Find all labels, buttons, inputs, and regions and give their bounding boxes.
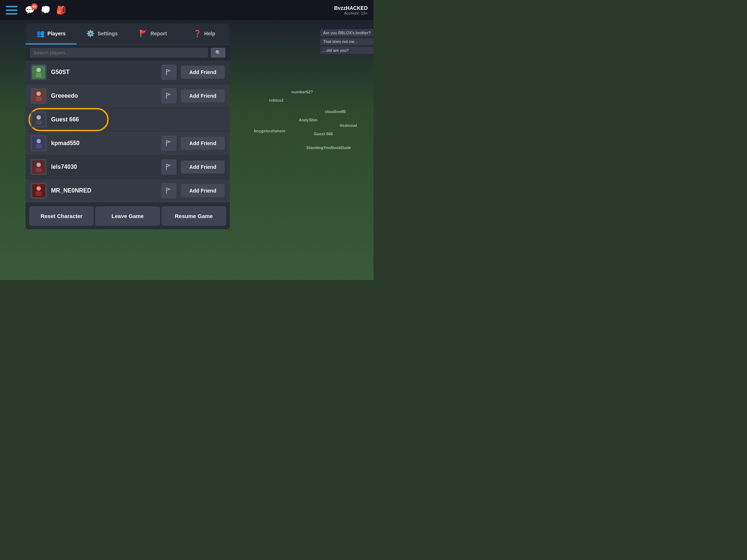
svg-point-13 <box>36 163 41 167</box>
player-row-mrneonred: MR_NE0NRED Add Friend <box>26 179 230 203</box>
svg-rect-2 <box>36 73 42 77</box>
svg-point-4 <box>36 92 41 96</box>
account-age: Account: 13+ <box>334 11 368 15</box>
avatar-kpmad550 <box>31 135 47 151</box>
add-friend-button-g50st[interactable]: Add Friend <box>181 66 225 79</box>
svg-rect-5 <box>36 97 42 101</box>
add-friend-button-kpmad550[interactable]: Add Friend <box>181 137 225 150</box>
top-bar: 💬 60 💭 🎒 BvzzHACKED Account: 13+ <box>0 0 374 20</box>
tab-settings-label: Settings <box>97 31 117 36</box>
svg-rect-18 <box>37 184 40 186</box>
svg-rect-11 <box>36 144 42 148</box>
help-icon: ❓ <box>193 30 201 38</box>
flag-button-lels74030[interactable] <box>161 159 177 175</box>
top-bar-icons: 💬 60 💭 🎒 <box>25 5 66 15</box>
speech-bubble-icon[interactable]: 💭 <box>40 5 50 15</box>
bottom-buttons: Reset Character Leave Game Resume Game <box>26 203 230 229</box>
player-row-lels74030: lels74030 Add Friend <box>26 155 230 179</box>
search-bar: 🔍 <box>26 45 230 61</box>
svg-point-7 <box>36 115 41 120</box>
player-name-greeeedo: Greeeedo <box>51 93 157 99</box>
avatar-greeeedo <box>31 88 47 104</box>
player-row-kpmad550: kpmad550 Add Friend <box>26 132 230 155</box>
flag-button-mrneonred[interactable] <box>161 183 177 198</box>
resume-game-button[interactable]: Resume Game <box>162 206 226 226</box>
bag-icon[interactable]: 🎒 <box>56 5 66 15</box>
tab-players[interactable]: 👥 Players <box>26 24 77 44</box>
tab-players-label: Players <box>47 31 66 36</box>
svg-point-1 <box>36 68 41 72</box>
player-row-guest666[interactable]: Guest 666 <box>26 108 230 132</box>
main-panel: 👥 Players ⚙️ Settings 🚩 Report ❓ Help 🔍 … <box>26 24 230 229</box>
hamburger-line-2 <box>6 9 18 11</box>
player-row-g50st: G50ST Add Friend <box>26 61 230 84</box>
tab-report-label: Report <box>150 31 167 36</box>
chat-icon[interactable]: 💬 60 <box>25 5 35 15</box>
player-name-kpmad550: kpmad550 <box>51 140 157 147</box>
player-name-mrneonred: MR_NE0NRED <box>51 187 157 194</box>
player-name-g50st: G50ST <box>51 69 157 75</box>
reset-character-button[interactable]: Reset Character <box>29 206 94 226</box>
avatar-guest666 <box>31 112 47 128</box>
svg-rect-8 <box>36 120 42 125</box>
tab-help-label: Help <box>204 31 215 36</box>
tab-help[interactable]: ❓ Help <box>179 24 230 44</box>
hamburger-menu-button[interactable] <box>6 6 18 15</box>
player-list-area: 🔍 G50ST Add Friend Greeeedo Add Friend <box>26 45 230 203</box>
avatar-lels74030 <box>31 159 47 175</box>
svg-point-16 <box>36 186 41 191</box>
account-name: BvzzHACKED <box>334 5 368 11</box>
flag-button-g50st[interactable] <box>161 65 177 80</box>
search-input[interactable] <box>30 48 208 58</box>
avatar-g50st <box>31 64 47 80</box>
svg-point-10 <box>36 139 41 143</box>
hamburger-line-1 <box>6 6 18 7</box>
players-icon: 👥 <box>36 30 44 38</box>
player-name-lels74030: lels74030 <box>51 164 157 170</box>
flag-button-greeeedo[interactable] <box>161 88 177 104</box>
add-friend-button-lels74030[interactable]: Add Friend <box>181 160 225 174</box>
player-row-greeeedo: Greeeedo Add Friend <box>26 84 230 108</box>
add-friend-button-mrneonred[interactable]: Add Friend <box>181 184 225 197</box>
hamburger-line-3 <box>6 13 18 15</box>
report-icon: 🚩 <box>139 30 147 38</box>
account-info: BvzzHACKED Account: 13+ <box>334 5 368 15</box>
flag-button-kpmad550[interactable] <box>161 136 177 151</box>
player-name-guest666: Guest 666 <box>51 116 225 123</box>
leave-game-button[interactable]: Leave Game <box>95 206 160 226</box>
svg-rect-14 <box>36 168 42 172</box>
avatar-mrneonred <box>31 183 47 199</box>
tab-report[interactable]: 🚩 Report <box>128 24 179 44</box>
svg-rect-17 <box>36 191 42 196</box>
settings-icon: ⚙️ <box>86 30 94 38</box>
tab-settings[interactable]: ⚙️ Settings <box>77 24 128 44</box>
notification-badge: 60 <box>31 3 38 10</box>
add-friend-button-greeeedo[interactable]: Add Friend <box>181 89 225 102</box>
search-button[interactable]: 🔍 <box>211 48 225 58</box>
tab-bar: 👥 Players ⚙️ Settings 🚩 Report ❓ Help <box>26 24 230 45</box>
